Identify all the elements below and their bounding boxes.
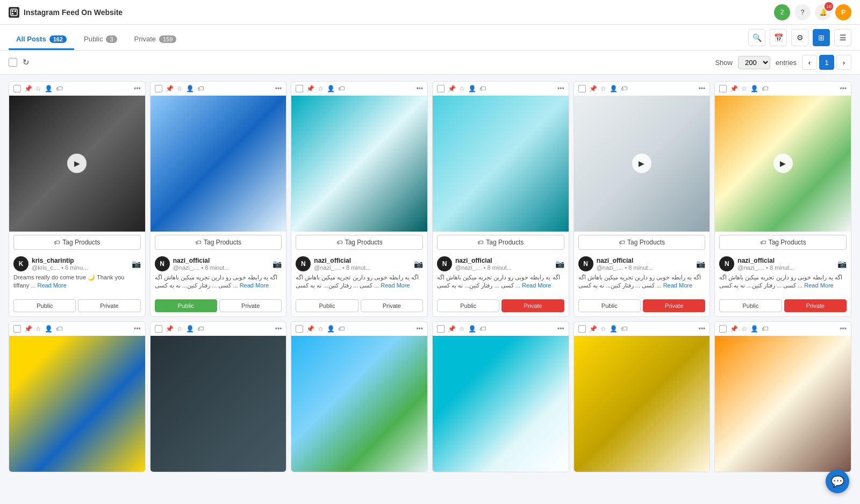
star-icon-post-6[interactable]: ☆ <box>741 85 747 92</box>
tag-icon-post-11[interactable]: 🏷 <box>621 325 627 333</box>
tab-all-posts[interactable]: All Posts 162 <box>9 30 74 50</box>
tag-icon-post-12[interactable]: 🏷 <box>762 325 768 333</box>
star-icon-post-10[interactable]: ☆ <box>459 325 465 333</box>
pin-icon-post-4[interactable]: 📌 <box>448 85 456 92</box>
star-icon-post-2[interactable]: ☆ <box>177 85 183 92</box>
play-button-post-6[interactable]: ▶ <box>773 154 793 173</box>
user-icon-post-7[interactable]: 👤 <box>45 325 53 333</box>
pin-icon-post-8[interactable]: 📌 <box>166 325 174 333</box>
tag-icon-post-4[interactable]: 🏷 <box>479 85 486 92</box>
card-checkbox-post-7[interactable] <box>13 325 21 333</box>
user-icon-post-1[interactable]: 👤 <box>45 85 53 92</box>
tag-icon-post-6[interactable]: 🏷 <box>762 85 768 92</box>
private-button-post-1[interactable]: Private <box>78 299 140 312</box>
tag-products-button-post-1[interactable]: 🏷 Tag Products <box>13 235 141 250</box>
tag-products-button-post-2[interactable]: 🏷 Tag Products <box>155 235 282 250</box>
more-icon-post-5[interactable]: ••• <box>699 85 706 92</box>
tag-icon-post-5[interactable]: 🏷 <box>621 85 627 92</box>
tab-private[interactable]: Private 159 <box>127 30 184 50</box>
pin-icon-post-10[interactable]: 📌 <box>448 325 456 333</box>
more-icon-post-12[interactable]: ••• <box>840 325 847 333</box>
card-checkbox-post-6[interactable] <box>719 85 727 92</box>
tag-products-button-post-4[interactable]: 🏷 Tag Products <box>437 235 564 250</box>
card-checkbox-post-8[interactable] <box>155 325 162 333</box>
read-more-post-6[interactable]: ... Read More <box>798 282 834 289</box>
tag-icon-post-8[interactable]: 🏷 <box>197 325 204 333</box>
star-icon-post-7[interactable]: ☆ <box>35 325 41 333</box>
read-more-post-2[interactable]: ... Read More <box>233 282 269 289</box>
public-button-post-4[interactable]: Public <box>437 299 499 312</box>
public-button-post-1[interactable]: Public <box>13 299 76 312</box>
read-more-post-5[interactable]: ... Read More <box>656 282 692 289</box>
tag-icon-post-10[interactable]: 🏷 <box>479 325 486 333</box>
card-checkbox-post-2[interactable] <box>155 85 162 92</box>
pin-icon-post-6[interactable]: 📌 <box>730 85 738 92</box>
pin-icon-post-1[interactable]: 📌 <box>24 85 32 92</box>
more-icon-post-10[interactable]: ••• <box>557 325 564 333</box>
card-checkbox-post-5[interactable] <box>578 85 586 92</box>
prev-page-button[interactable]: ‹ <box>802 55 817 70</box>
private-button-post-2[interactable]: Private <box>219 299 282 312</box>
next-page-button[interactable]: › <box>836 55 851 70</box>
tab-public[interactable]: Public 3 <box>76 30 125 50</box>
refresh-button[interactable]: ↻ <box>23 57 30 67</box>
user-icon-post-10[interactable]: 👤 <box>468 325 476 333</box>
user-icon-post-2[interactable]: 👤 <box>186 85 194 92</box>
pin-icon-post-7[interactable]: 📌 <box>24 325 32 333</box>
search-button[interactable]: 🔍 <box>748 29 765 46</box>
more-icon-post-4[interactable]: ••• <box>557 85 564 92</box>
bell-icon[interactable]: 🔔 10 <box>815 4 831 20</box>
card-checkbox-post-9[interactable] <box>296 325 303 333</box>
public-button-post-3[interactable]: Public <box>296 299 358 312</box>
user-icon-post-11[interactable]: 👤 <box>610 325 618 333</box>
current-page-button[interactable]: 1 <box>819 55 834 70</box>
card-checkbox-post-4[interactable] <box>437 85 445 92</box>
calendar-button[interactable]: 📅 <box>770 29 787 46</box>
star-icon-post-3[interactable]: ☆ <box>318 85 324 92</box>
public-button-post-6[interactable]: Public <box>719 299 782 312</box>
card-checkbox-post-11[interactable] <box>578 325 586 333</box>
select-all-checkbox[interactable] <box>9 58 17 67</box>
private-button-post-5[interactable]: Private <box>643 299 705 312</box>
read-more-post-1[interactable]: ... Read More <box>31 282 67 289</box>
star-icon-post-9[interactable]: ☆ <box>318 325 324 333</box>
play-button-post-5[interactable]: ▶ <box>632 154 651 173</box>
user-avatar-icon[interactable]: P <box>835 4 851 20</box>
star-icon-post-5[interactable]: ☆ <box>600 85 606 92</box>
tag-products-button-post-3[interactable]: 🏷 Tag Products <box>296 235 423 250</box>
tag-icon-post-2[interactable]: 🏷 <box>197 85 204 92</box>
private-button-post-3[interactable]: Private <box>361 299 423 312</box>
more-icon-post-7[interactable]: ••• <box>134 325 141 333</box>
public-button-post-2[interactable]: Public <box>155 299 217 312</box>
public-button-post-5[interactable]: Public <box>578 299 641 312</box>
tag-icon-post-7[interactable]: 🏷 <box>56 325 62 333</box>
user-icon-post-8[interactable]: 👤 <box>186 325 194 333</box>
tag-icon-post-1[interactable]: 🏷 <box>56 85 62 92</box>
entries-per-page-select[interactable]: 200 100 50 <box>738 56 770 69</box>
star-icon-post-12[interactable]: ☆ <box>741 325 747 333</box>
pin-icon-post-12[interactable]: 📌 <box>730 325 738 333</box>
notification-count-icon[interactable]: 2 <box>774 4 790 20</box>
pin-icon-post-2[interactable]: 📌 <box>166 85 174 92</box>
star-icon-post-11[interactable]: ☆ <box>600 325 606 333</box>
pin-icon-post-5[interactable]: 📌 <box>589 85 597 92</box>
star-icon-post-1[interactable]: ☆ <box>35 85 41 92</box>
tag-products-button-post-6[interactable]: 🏷 Tag Products <box>719 235 847 250</box>
user-icon-post-6[interactable]: 👤 <box>750 85 758 92</box>
user-icon-post-5[interactable]: 👤 <box>610 85 618 92</box>
card-checkbox-post-1[interactable] <box>13 85 21 92</box>
tag-products-button-post-5[interactable]: 🏷 Tag Products <box>578 235 706 250</box>
card-checkbox-post-10[interactable] <box>437 325 445 333</box>
more-icon-post-6[interactable]: ••• <box>840 85 847 92</box>
pin-icon-post-3[interactable]: 📌 <box>306 85 314 92</box>
user-icon-post-4[interactable]: 👤 <box>468 85 476 92</box>
user-icon-post-12[interactable]: 👤 <box>750 325 758 333</box>
more-icon-post-1[interactable]: ••• <box>134 85 141 92</box>
pin-icon-post-9[interactable]: 📌 <box>306 325 314 333</box>
card-checkbox-post-3[interactable] <box>296 85 303 92</box>
private-button-post-6[interactable]: Private <box>784 299 847 312</box>
star-icon-post-4[interactable]: ☆ <box>459 85 465 92</box>
list-view-button[interactable]: ☰ <box>834 29 851 46</box>
tag-icon-post-3[interactable]: 🏷 <box>338 85 345 92</box>
user-icon-post-3[interactable]: 👤 <box>327 85 335 92</box>
